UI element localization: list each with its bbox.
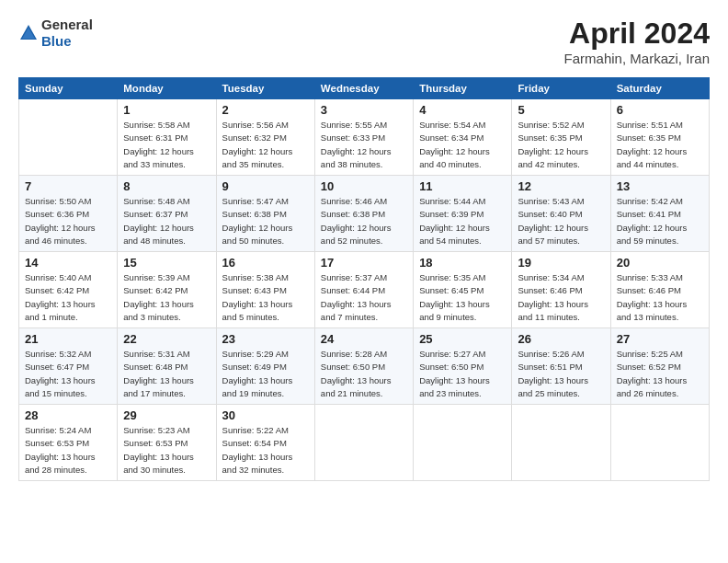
day-info: Sunrise: 5:28 AMSunset: 6:50 PMDaylight:… — [321, 349, 392, 398]
day-number: 11 — [419, 179, 506, 193]
table-row: 7 Sunrise: 5:50 AMSunset: 6:36 PMDayligh… — [19, 176, 118, 252]
col-monday: Monday — [118, 78, 216, 99]
table-row: 9 Sunrise: 5:47 AMSunset: 6:38 PMDayligh… — [216, 176, 314, 252]
day-number: 22 — [123, 332, 210, 346]
col-tuesday: Tuesday — [216, 78, 314, 99]
day-number: 13 — [617, 179, 703, 193]
day-number: 17 — [321, 256, 407, 270]
day-info: Sunrise: 5:34 AMSunset: 6:46 PMDaylight:… — [518, 272, 588, 322]
day-info: Sunrise: 5:43 AMSunset: 6:40 PMDaylight:… — [518, 196, 588, 246]
title-block: April 2024 Farmahin, Markazi, Iran — [564, 17, 710, 66]
day-info: Sunrise: 5:48 AMSunset: 6:37 PMDaylight:… — [123, 196, 194, 246]
day-info: Sunrise: 5:54 AMSunset: 6:34 PMDaylight:… — [419, 120, 490, 169]
calendar-week-row: 7 Sunrise: 5:50 AMSunset: 6:36 PMDayligh… — [19, 176, 710, 252]
day-info: Sunrise: 5:58 AMSunset: 6:31 PMDaylight:… — [123, 120, 194, 169]
table-row: 8 Sunrise: 5:48 AMSunset: 6:37 PMDayligh… — [118, 176, 216, 252]
day-info: Sunrise: 5:38 AMSunset: 6:43 PMDaylight:… — [222, 272, 293, 322]
day-number: 21 — [25, 332, 111, 346]
table-row: 22 Sunrise: 5:31 AMSunset: 6:48 PMDaylig… — [118, 328, 216, 405]
day-info: Sunrise: 5:39 AMSunset: 6:42 PMDaylight:… — [123, 272, 194, 322]
table-row — [19, 99, 118, 176]
table-row — [512, 405, 610, 481]
logo-icon — [18, 23, 39, 43]
day-number: 19 — [518, 256, 604, 270]
day-number: 14 — [25, 256, 111, 270]
day-info: Sunrise: 5:29 AMSunset: 6:49 PMDaylight:… — [222, 349, 293, 398]
day-number: 1 — [123, 103, 210, 117]
table-row: 30 Sunrise: 5:22 AMSunset: 6:54 PMDaylig… — [216, 405, 314, 481]
table-row: 26 Sunrise: 5:26 AMSunset: 6:51 PMDaylig… — [512, 328, 610, 405]
table-row: 23 Sunrise: 5:29 AMSunset: 6:49 PMDaylig… — [216, 328, 314, 405]
day-number: 20 — [617, 256, 703, 270]
day-number: 8 — [123, 179, 210, 193]
day-number: 5 — [518, 103, 604, 117]
day-info: Sunrise: 5:55 AMSunset: 6:33 PMDaylight:… — [321, 120, 392, 169]
calendar-body: 1 Sunrise: 5:58 AMSunset: 6:31 PMDayligh… — [19, 99, 710, 481]
col-friday: Friday — [512, 78, 610, 99]
day-number: 26 — [518, 332, 604, 346]
logo-general: General Blue — [41, 17, 93, 50]
day-info: Sunrise: 5:25 AMSunset: 6:52 PMDaylight:… — [617, 349, 688, 398]
day-info: Sunrise: 5:37 AMSunset: 6:44 PMDaylight:… — [321, 272, 392, 322]
day-number: 6 — [617, 103, 703, 117]
table-row: 17 Sunrise: 5:37 AMSunset: 6:44 PMDaylig… — [314, 252, 413, 328]
calendar-table: Sunday Monday Tuesday Wednesday Thursday… — [18, 77, 710, 481]
col-sunday: Sunday — [19, 78, 118, 99]
day-number: 9 — [222, 179, 309, 193]
calendar-header-row: Sunday Monday Tuesday Wednesday Thursday… — [19, 78, 710, 99]
day-number: 25 — [419, 332, 506, 346]
table-row: 13 Sunrise: 5:42 AMSunset: 6:41 PMDaylig… — [610, 176, 709, 252]
day-number: 4 — [419, 103, 506, 117]
table-row — [314, 405, 413, 481]
table-row: 12 Sunrise: 5:43 AMSunset: 6:40 PMDaylig… — [512, 176, 610, 252]
day-info: Sunrise: 5:35 AMSunset: 6:45 PMDaylight:… — [419, 272, 490, 322]
day-info: Sunrise: 5:22 AMSunset: 6:54 PMDaylight:… — [222, 425, 293, 475]
table-row: 3 Sunrise: 5:55 AMSunset: 6:33 PMDayligh… — [314, 99, 413, 176]
calendar-week-row: 21 Sunrise: 5:32 AMSunset: 6:47 PMDaylig… — [19, 328, 710, 405]
calendar-week-row: 14 Sunrise: 5:40 AMSunset: 6:42 PMDaylig… — [19, 252, 710, 328]
day-info: Sunrise: 5:27 AMSunset: 6:50 PMDaylight:… — [419, 349, 490, 398]
day-number: 29 — [123, 408, 210, 422]
table-row: 29 Sunrise: 5:23 AMSunset: 6:53 PMDaylig… — [118, 405, 216, 481]
day-info: Sunrise: 5:32 AMSunset: 6:47 PMDaylight:… — [25, 349, 96, 398]
subtitle: Farmahin, Markazi, Iran — [564, 51, 710, 66]
col-saturday: Saturday — [610, 78, 709, 99]
main-title: April 2024 — [564, 17, 710, 51]
table-row: 27 Sunrise: 5:25 AMSunset: 6:52 PMDaylig… — [610, 328, 709, 405]
table-row — [610, 405, 709, 481]
logo: General Blue — [18, 17, 93, 50]
day-info: Sunrise: 5:23 AMSunset: 6:53 PMDaylight:… — [123, 425, 194, 475]
page-container: General Blue April 2024 Farmahin, Markaz… — [0, 0, 728, 490]
day-number: 2 — [222, 103, 309, 117]
day-number: 7 — [25, 179, 111, 193]
col-wednesday: Wednesday — [314, 78, 413, 99]
day-number: 23 — [222, 332, 309, 346]
calendar-week-row: 1 Sunrise: 5:58 AMSunset: 6:31 PMDayligh… — [19, 99, 710, 176]
day-number: 27 — [617, 332, 703, 346]
day-info: Sunrise: 5:56 AMSunset: 6:32 PMDaylight:… — [222, 120, 293, 169]
day-number: 16 — [222, 256, 309, 270]
day-info: Sunrise: 5:31 AMSunset: 6:48 PMDaylight:… — [123, 349, 194, 398]
day-number: 10 — [321, 179, 407, 193]
table-row: 2 Sunrise: 5:56 AMSunset: 6:32 PMDayligh… — [216, 99, 314, 176]
table-row: 19 Sunrise: 5:34 AMSunset: 6:46 PMDaylig… — [512, 252, 610, 328]
table-row: 25 Sunrise: 5:27 AMSunset: 6:50 PMDaylig… — [414, 328, 512, 405]
day-info: Sunrise: 5:51 AMSunset: 6:35 PMDaylight:… — [617, 120, 688, 169]
day-number: 28 — [25, 408, 111, 422]
day-info: Sunrise: 5:52 AMSunset: 6:35 PMDaylight:… — [518, 120, 588, 169]
table-row: 14 Sunrise: 5:40 AMSunset: 6:42 PMDaylig… — [19, 252, 118, 328]
day-number: 18 — [419, 256, 506, 270]
table-row: 4 Sunrise: 5:54 AMSunset: 6:34 PMDayligh… — [414, 99, 512, 176]
table-row: 15 Sunrise: 5:39 AMSunset: 6:42 PMDaylig… — [118, 252, 216, 328]
table-row: 6 Sunrise: 5:51 AMSunset: 6:35 PMDayligh… — [610, 99, 709, 176]
day-info: Sunrise: 5:24 AMSunset: 6:53 PMDaylight:… — [25, 425, 96, 475]
day-number: 24 — [321, 332, 407, 346]
calendar-week-row: 28 Sunrise: 5:24 AMSunset: 6:53 PMDaylig… — [19, 405, 710, 481]
table-row: 11 Sunrise: 5:44 AMSunset: 6:39 PMDaylig… — [414, 176, 512, 252]
day-number: 30 — [222, 408, 309, 422]
day-info: Sunrise: 5:42 AMSunset: 6:41 PMDaylight:… — [617, 196, 688, 246]
day-info: Sunrise: 5:40 AMSunset: 6:42 PMDaylight:… — [25, 272, 96, 322]
day-number: 15 — [123, 256, 210, 270]
day-info: Sunrise: 5:47 AMSunset: 6:38 PMDaylight:… — [222, 196, 293, 246]
day-info: Sunrise: 5:26 AMSunset: 6:51 PMDaylight:… — [518, 349, 588, 398]
